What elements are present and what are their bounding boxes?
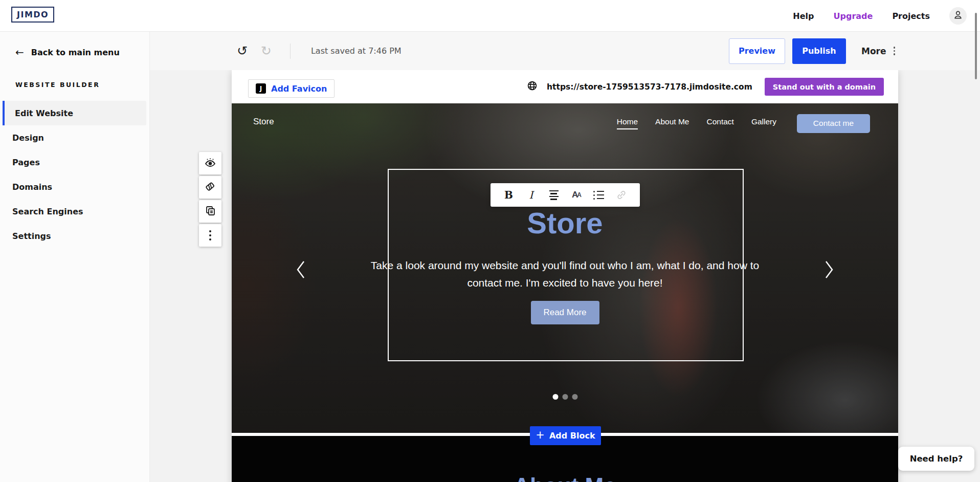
last-saved-status: Last saved at 7:46 PM (311, 46, 402, 56)
favicon-placeholder-icon: J (256, 83, 266, 94)
site-url-bar: J Add Favicon https://store-1759513573-7… (232, 70, 898, 103)
toolbar-actions: Preview Publish More (729, 32, 895, 70)
site-preview-panel: J Add Favicon https://store-1759513573-7… (232, 70, 898, 482)
back-arrow-icon: ← (15, 47, 24, 57)
undo-icon[interactable]: ↺ (237, 45, 248, 57)
jimdo-builder-app: JIMDO Help Upgrade Projects ← Back to ma… (0, 0, 980, 482)
toolbar-divider (290, 43, 291, 59)
sidebar-menu: Edit Website Design Pages Domains Search… (0, 101, 149, 248)
help-link[interactable]: Help (793, 11, 814, 21)
read-more-button[interactable]: Read More (531, 301, 599, 324)
about-title[interactable]: About Me (232, 473, 898, 482)
carousel-next-icon[interactable] (823, 260, 835, 281)
more-label: More (861, 46, 886, 56)
back-to-main-menu[interactable]: ← Back to main menu (0, 32, 149, 57)
carousel-dots (552, 394, 577, 400)
nav-gallery[interactable]: Gallery (751, 117, 776, 129)
text-format-toolbar: B I AA (491, 183, 640, 207)
sidebar-item-pages[interactable]: Pages (0, 150, 149, 174)
carousel-dot-2[interactable] (562, 394, 568, 400)
block-more-button[interactable] (199, 224, 221, 247)
sidebar-item-design[interactable]: Design (0, 125, 149, 150)
sidebar-section-title: WEBSITE BUILDER (0, 57, 149, 89)
eye-icon (204, 157, 216, 170)
hero-title[interactable]: Store (232, 206, 898, 240)
back-label: Back to main menu (31, 48, 120, 57)
add-favicon-button[interactable]: J Add Favicon (248, 79, 335, 98)
hero-section: Store Home About Me Contact Gallery Cont… (232, 103, 898, 433)
font-size-icon[interactable]: AA (569, 188, 584, 202)
sidebar-item-edit-website[interactable]: Edit Website (3, 101, 146, 125)
user-icon (953, 10, 963, 22)
duplicate-button[interactable] (199, 200, 221, 223)
jimdo-logo[interactable]: JIMDO (11, 7, 54, 23)
block-tools (199, 152, 221, 247)
sidebar-item-settings[interactable]: Settings (0, 224, 149, 248)
site-navbar: Store Home About Me Contact Gallery Cont… (232, 103, 898, 143)
header-nav: Help Upgrade Projects (793, 0, 967, 32)
nav-contact[interactable]: Contact (706, 117, 733, 129)
carousel-prev-icon[interactable] (295, 260, 306, 281)
nav-home[interactable]: Home (617, 117, 638, 129)
more-menu-button[interactable]: More (861, 46, 895, 56)
carousel-dot-1[interactable] (552, 394, 558, 400)
align-center-icon[interactable] (547, 188, 561, 202)
hero-paragraph[interactable]: Take a look around my website and you'll… (361, 257, 770, 292)
style-swatches-icon (204, 181, 216, 194)
history-controls: ↺ ↻ Last saved at 7:46 PM (237, 32, 402, 70)
add-block-button[interactable]: + Add Block (530, 426, 601, 445)
editor-toolbar: ↺ ↻ Last saved at 7:46 PM Preview Publis… (150, 32, 980, 70)
account-avatar[interactable] (949, 7, 967, 25)
list-icon[interactable] (592, 188, 606, 202)
publish-button[interactable]: Publish (792, 38, 846, 64)
sidebar-item-domains[interactable]: Domains (0, 174, 149, 199)
redo-icon[interactable]: ↻ (261, 45, 272, 57)
visibility-button[interactable] (199, 152, 221, 174)
kebab-icon (209, 230, 211, 240)
globe-icon (527, 80, 538, 93)
domain-upsell-button[interactable]: Stand out with a domain (765, 78, 884, 96)
site-logo-text[interactable]: Store (253, 117, 274, 127)
copy-icon (204, 205, 216, 218)
site-url-group: https://store-1759513573-7178.jimdosite.… (527, 70, 884, 103)
site-url[interactable]: https://store-1759513573-7178.jimdosite.… (547, 82, 752, 92)
kebab-icon (894, 47, 896, 55)
plus-icon: + (536, 430, 545, 441)
sidebar: ← Back to main menu WEBSITE BUILDER Edit… (0, 32, 150, 482)
sidebar-item-search-engines[interactable]: Search Engines (0, 199, 149, 224)
bold-icon[interactable]: B (502, 188, 516, 202)
contact-me-button[interactable]: Contact me (797, 114, 870, 133)
carousel-dot-3[interactable] (572, 394, 577, 400)
preview-button[interactable]: Preview (729, 38, 785, 64)
add-block-label: Add Block (549, 431, 595, 441)
italic-icon[interactable]: I (524, 188, 539, 202)
app-header: JIMDO Help Upgrade Projects (0, 0, 980, 32)
add-favicon-label: Add Favicon (271, 84, 327, 94)
page-scrollbar[interactable] (975, 13, 977, 79)
style-button[interactable] (199, 176, 221, 199)
nav-about-me[interactable]: About Me (655, 117, 689, 129)
link-icon[interactable] (614, 188, 629, 202)
site-nav-links: Home About Me Contact Gallery Contact me (617, 103, 870, 143)
projects-link[interactable]: Projects (892, 11, 930, 21)
need-help-button[interactable]: Need help? (898, 447, 974, 471)
upgrade-link[interactable]: Upgrade (834, 11, 873, 21)
